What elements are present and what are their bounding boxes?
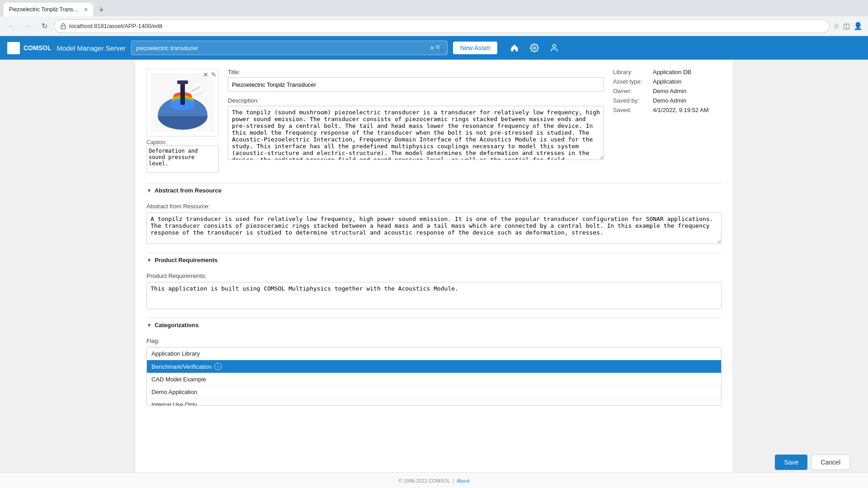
flag-item-inner: CAD Model Example xyxy=(151,376,717,383)
flag-item-label: Demo Application xyxy=(151,389,197,395)
save-button[interactable]: Save xyxy=(775,455,807,470)
flag-item-internal-use-only[interactable]: Internal Use Only xyxy=(147,399,721,406)
remove-image-button[interactable]: ✕ xyxy=(203,71,208,78)
user-button[interactable] xyxy=(546,40,562,56)
transducer-image xyxy=(151,73,214,132)
saved-by-value: Demo Admin xyxy=(653,97,686,104)
cancel-button[interactable]: Cancel xyxy=(811,455,850,470)
categorizations-section-header[interactable]: ▼ Categorizations xyxy=(146,318,722,332)
saved-by-key: Saved by: xyxy=(613,97,649,104)
comsol-logo-icon xyxy=(7,42,20,54)
categorizations-section-content: Flag: Application LibraryBenchmark/Verif… xyxy=(146,338,722,406)
owner-key: Owner: xyxy=(613,88,649,94)
product-req-label: Product Requirements: xyxy=(146,272,722,279)
home-icon xyxy=(510,43,519,52)
edit-image-button[interactable]: ✎ xyxy=(211,71,217,78)
back-button[interactable]: ← xyxy=(5,20,18,33)
main-content: ✕ ✎ xyxy=(136,60,732,472)
library-key: Library: xyxy=(613,69,649,75)
library-value: Application DB xyxy=(653,69,691,75)
settings-button[interactable] xyxy=(526,40,542,56)
flag-item-cad-model-example[interactable]: CAD Model Example xyxy=(147,373,721,386)
flag-item-inner: Internal Use Only xyxy=(151,401,717,406)
saved-value: 4/1/2022, 9:19:52 AM xyxy=(653,107,709,113)
flag-item-label: Application Library xyxy=(151,350,200,357)
abstract-chevron-icon: ▼ xyxy=(146,188,152,194)
caption-label: Caption: xyxy=(146,139,219,145)
flag-item-label: CAD Model Example xyxy=(151,376,206,383)
flag-item-inner: Demo Application xyxy=(151,389,717,395)
lock-icon xyxy=(60,23,66,29)
extensions-button[interactable]: ◫ xyxy=(843,22,850,30)
footer-text: © 1998-2022 COMSOL xyxy=(398,478,450,483)
search-clear-icon[interactable]: ✕ xyxy=(429,44,435,52)
asset-image-container: ✕ ✎ xyxy=(146,69,219,136)
flag-item-label: Internal Use Only xyxy=(151,401,197,406)
owner-value: Demo Admin xyxy=(653,88,686,94)
abstract-textarea[interactable] xyxy=(146,212,722,244)
comsol-brand: COMSOL xyxy=(24,44,51,52)
info-icon[interactable]: i xyxy=(214,363,222,370)
product-req-chevron-icon: ▼ xyxy=(146,257,152,263)
abstract-label: Abstract from Resource: xyxy=(146,203,722,210)
address-text: localhost:8181/asset/APP-1400/edit xyxy=(69,23,824,29)
product-requirements-section-content: Product Requirements: xyxy=(146,272,722,310)
abstract-section-header[interactable]: ▼ Abstract from Resource xyxy=(146,183,722,197)
browser-tab[interactable]: Piezoelectric Tonpilz Transducer × xyxy=(4,3,93,16)
app-header: COMSOL Model Manager Server ✕ 🔍 New Asse… xyxy=(0,36,868,60)
product-req-textarea[interactable] xyxy=(146,282,722,309)
asset-image-section: ✕ ✎ xyxy=(146,69,219,174)
new-asset-button[interactable]: New Asset xyxy=(453,42,497,54)
flag-list: Application LibraryBenchmark/Verificatio… xyxy=(146,347,722,406)
tab-title: Piezoelectric Tonpilz Transducer xyxy=(9,6,81,13)
forward-button[interactable]: → xyxy=(22,20,34,33)
about-link[interactable]: About xyxy=(457,478,470,483)
new-tab-button[interactable]: + xyxy=(95,4,108,16)
svg-point-6 xyxy=(553,45,556,48)
flag-item-benchmark-verification[interactable]: Benchmark/Verificationi xyxy=(147,360,721,373)
app-subtitle: Model Manager Server xyxy=(57,44,126,52)
product-requirements-section-title: Product Requirements xyxy=(155,257,217,263)
svg-rect-0 xyxy=(61,26,66,28)
flag-item-label: Benchmark/Verification xyxy=(151,363,212,370)
svg-point-5 xyxy=(533,47,536,49)
title-input[interactable] xyxy=(228,77,604,92)
caption-textarea[interactable] xyxy=(146,145,219,173)
product-requirements-section-header[interactable]: ▼ Product Requirements xyxy=(146,253,722,267)
flag-label: Flag: xyxy=(146,338,722,344)
title-label: Title: xyxy=(228,69,604,75)
svg-rect-15 xyxy=(177,80,188,84)
svg-rect-4 xyxy=(14,47,18,51)
flag-item-demo-application[interactable]: Demo Application xyxy=(147,386,721,399)
logo-svg xyxy=(9,43,18,52)
categorizations-chevron-icon: ▼ xyxy=(146,322,152,328)
svg-rect-2 xyxy=(14,43,18,47)
footer: © 1998-2022 COMSOL | About xyxy=(0,472,868,488)
search-input[interactable] xyxy=(136,45,429,52)
account-button[interactable]: 👤 xyxy=(854,22,863,30)
categorizations-section-title: Categorizations xyxy=(155,322,199,328)
home-button[interactable] xyxy=(506,40,523,56)
abstract-section-title: Abstract from Resource xyxy=(155,187,222,194)
abstract-section-content: Abstract from Resource: xyxy=(146,203,722,245)
bookmark-button[interactable]: ☆ xyxy=(833,22,840,30)
description-textarea[interactable] xyxy=(228,106,604,160)
svg-rect-3 xyxy=(10,47,14,51)
refresh-button[interactable]: ↻ xyxy=(38,20,51,33)
flag-item-inner: Benchmark/Verificationi xyxy=(151,363,717,370)
global-search[interactable]: ✕ 🔍 xyxy=(131,41,448,55)
address-bar: localhost:8181/asset/APP-1400/edit xyxy=(54,19,830,33)
asset-meta: Library: Application DB Asset type: Appl… xyxy=(613,69,722,174)
asset-form: Title: Description: xyxy=(228,69,604,174)
search-icon[interactable]: 🔍 xyxy=(435,44,443,52)
flag-item-inner: Application Library xyxy=(151,350,717,357)
user-icon xyxy=(550,43,559,52)
saved-key: Saved: xyxy=(613,107,649,113)
asset-type-key: Asset type: xyxy=(613,78,649,85)
svg-rect-1 xyxy=(10,43,14,47)
asset-type-value: Application xyxy=(653,78,682,85)
tab-close-button[interactable]: × xyxy=(84,6,88,13)
flag-item-application-library[interactable]: Application Library xyxy=(147,347,721,360)
svg-rect-14 xyxy=(180,82,185,105)
app-logo: COMSOL xyxy=(7,42,51,54)
